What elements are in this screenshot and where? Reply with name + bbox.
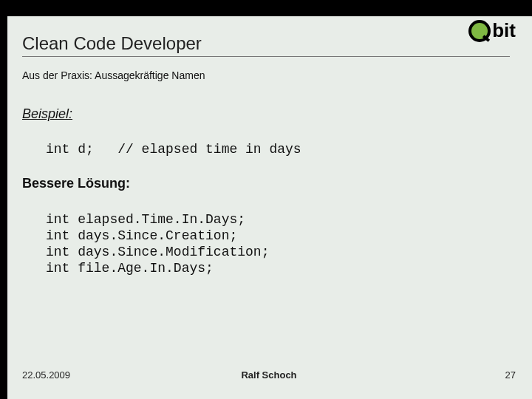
better-heading: Bessere Lösung:: [22, 176, 130, 191]
title-divider: [22, 56, 510, 57]
footer-date: 22.05.2009: [22, 369, 70, 381]
footer-author: Ralf Schoch: [22, 369, 516, 381]
footer-page: 27: [505, 369, 516, 381]
example-heading: Beispiel:: [22, 106, 72, 122]
left-accent-bar: [0, 0, 7, 399]
slide-title: Clean Code Developer: [22, 33, 202, 54]
top-accent-bar: [7, 0, 532, 16]
qbit-logo: bit: [468, 19, 516, 42]
slide-footer: 22.05.2009 Ralf Schoch 27: [22, 369, 516, 381]
slide-subtitle: Aus der Praxis: Aussagekräftige Namen: [22, 69, 205, 81]
q-icon: [468, 20, 491, 42]
code-better: int elapsed.Time.In.Days; int days.Since…: [46, 211, 269, 276]
code-example: int d; // elapsed time in days: [46, 142, 301, 157]
logo-text: bit: [492, 19, 516, 42]
